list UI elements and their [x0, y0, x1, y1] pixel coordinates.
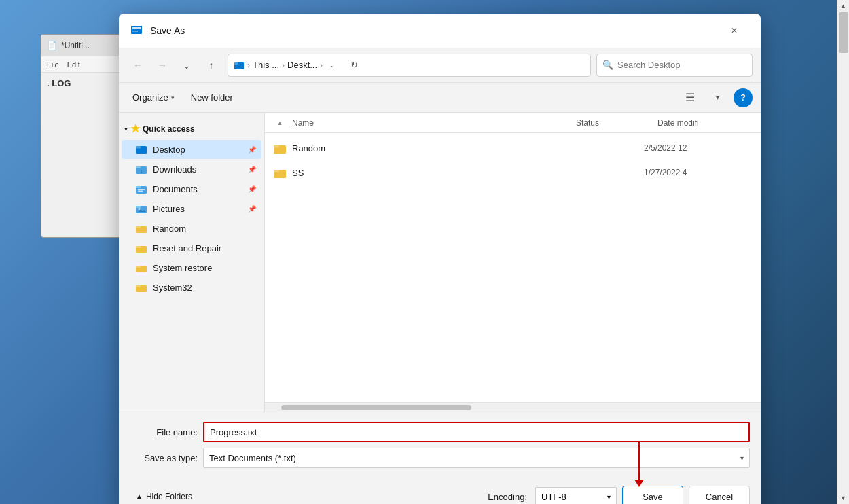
save-as-dialog: Save As ✕ ← → ⌄ ↑ › This ... › Deskt... …: [119, 14, 761, 504]
sidebar-item-reset-repair[interactable]: Reset and Repair: [122, 238, 261, 257]
file-row-random[interactable]: Random 2/5/2022 12: [265, 136, 761, 160]
toolbar: Organize ▾ New folder ☰ ▾ ?: [119, 83, 761, 113]
column-header-date-modified[interactable]: Date modifi: [652, 118, 761, 128]
new-folder-button[interactable]: New folder: [185, 90, 238, 105]
sidebar-item-desktop[interactable]: Desktop 📌: [122, 140, 261, 159]
encoding-chevron-icon: ▾: [607, 493, 611, 501]
close-button[interactable]: ✕: [719, 20, 750, 41]
forward-button[interactable]: →: [151, 54, 173, 76]
svg-text:↓: ↓: [140, 168, 143, 175]
hide-folders-button[interactable]: ▲ Hide Folders: [130, 489, 198, 504]
breadcrumb-bar[interactable]: › This ... › Deskt... › ⌄ ↻: [228, 54, 591, 77]
save-type-chevron-icon: ▾: [740, 454, 744, 462]
random-file-icon: [273, 141, 287, 155]
encoding-dropdown[interactable]: UTF-8 ▾: [535, 487, 617, 504]
help-button[interactable]: ?: [734, 88, 753, 107]
refresh-button[interactable]: ↻: [344, 56, 363, 75]
system-restore-folder-icon: [135, 262, 147, 274]
breadcrumb-dropdown[interactable]: ⌄: [325, 58, 339, 72]
sidebar-item-pictures-label: Pictures: [153, 204, 185, 214]
desktop-scrollbar[interactable]: ▲ ▼: [837, 0, 849, 504]
search-input[interactable]: [617, 60, 746, 70]
encoding-label: Encoding:: [488, 492, 527, 502]
svg-rect-28: [274, 170, 279, 173]
h-scrollbar-thumb[interactable]: [281, 405, 471, 410]
pictures-icon: [135, 202, 147, 215]
sidebar-item-random-label: Random: [153, 223, 186, 234]
file-name-input[interactable]: [203, 422, 750, 442]
file-row-ss[interactable]: SS 1/27/2022 4: [265, 160, 761, 185]
svg-rect-24: [136, 285, 141, 287]
sidebar-item-system32-label: System32: [153, 283, 192, 293]
recent-locations-button[interactable]: ⌄: [176, 54, 198, 76]
search-bar[interactable]: 🔍: [596, 54, 753, 77]
svg-rect-6: [136, 146, 141, 149]
quick-access-star-icon: ★: [130, 122, 140, 135]
documents-pin-icon: 📌: [248, 185, 256, 193]
sort-chevron-icon: ▲: [273, 120, 287, 126]
scroll-up-arrow[interactable]: ▲: [837, 0, 850, 12]
sidebar-quick-access-header[interactable]: ▾ ★ Quick access: [119, 118, 264, 139]
system32-folder-icon: [135, 281, 147, 293]
encoding-value: UTF-8: [541, 492, 566, 502]
sidebar-item-downloads[interactable]: ↓ Downloads 📌: [122, 160, 261, 179]
column-header-name[interactable]: Name: [287, 118, 571, 128]
save-button[interactable]: Save: [622, 486, 683, 504]
scroll-thumb[interactable]: [839, 12, 848, 53]
save-type-row: Save as type: Text Documents (*.txt) ▾: [130, 448, 750, 468]
svg-rect-11: [136, 186, 141, 188]
quick-access-label: Quick access: [143, 124, 195, 134]
svg-rect-13: [138, 191, 143, 192]
sidebar-item-system-restore[interactable]: System restore: [122, 258, 261, 277]
file-name-label: File name:: [130, 427, 198, 437]
navigation-bar: ← → ⌄ ↑ › This ... › Deskt... › ⌄ ↻ 🔍: [119, 48, 761, 83]
save-type-dropdown[interactable]: Text Documents (*.txt) ▾: [203, 448, 750, 468]
breadcrumb-this-pc[interactable]: This ...: [253, 60, 279, 70]
svg-rect-4: [234, 62, 238, 65]
save-type-label: Save as type:: [130, 453, 198, 463]
breadcrumb-sep1: ›: [247, 60, 250, 70]
sidebar-item-downloads-label: Downloads: [153, 164, 196, 175]
cancel-button[interactable]: Cancel: [689, 486, 750, 504]
main-area: ▾ ★ Quick access Desktop 📌: [119, 113, 761, 412]
hide-folders-chevron-icon: ▲: [135, 492, 143, 501]
breadcrumb-icon: [234, 60, 245, 71]
view-options-button[interactable]: ☰: [679, 87, 701, 109]
sidebar: ▾ ★ Quick access Desktop 📌: [119, 113, 265, 412]
svg-rect-0: [131, 26, 142, 34]
scroll-down-arrow[interactable]: ▼: [837, 492, 850, 504]
random-file-date: 2/5/2022 12: [644, 143, 753, 153]
random-file-name: Random: [292, 143, 552, 154]
sidebar-item-system32[interactable]: System32: [122, 278, 261, 297]
organize-button[interactable]: Organize ▾: [127, 90, 180, 105]
back-button[interactable]: ←: [127, 54, 149, 76]
svg-rect-22: [136, 266, 141, 268]
file-name-row: File name:: [130, 422, 750, 442]
dialog-titlebar: Save As ✕: [119, 14, 761, 48]
sidebar-item-random[interactable]: Random: [122, 219, 261, 238]
downloads-pin-icon: 📌: [248, 166, 256, 173]
svg-rect-20: [136, 246, 141, 248]
sidebar-item-pictures[interactable]: Pictures 📌: [122, 199, 261, 218]
horizontal-scrollbar[interactable]: [265, 402, 761, 412]
action-row: ▲ Hide Folders Encoding: UTF-8 ▾ Save Ca…: [119, 480, 761, 504]
sidebar-item-documents-label: Documents: [153, 184, 198, 194]
reset-repair-folder-icon: [135, 242, 147, 254]
view-dropdown-button[interactable]: ▾: [706, 87, 728, 109]
bottom-section: File name: Save as type: Text Documents …: [119, 412, 761, 480]
sidebar-item-system-restore-label: System restore: [153, 263, 212, 273]
random-folder-icon: [135, 222, 147, 234]
column-header-status[interactable]: Status: [571, 118, 652, 128]
breadcrumb-desktop[interactable]: Deskt...: [287, 60, 317, 70]
dialog-title: Save As: [150, 25, 719, 36]
sidebar-item-desktop-label: Desktop: [153, 145, 185, 155]
new-folder-label: New folder: [191, 92, 233, 103]
svg-rect-2: [132, 31, 138, 32]
up-button[interactable]: ↑: [200, 54, 222, 76]
svg-point-16: [139, 208, 141, 210]
content-panel: ▲ Name Status Date modifi Random: [265, 113, 761, 412]
sidebar-item-reset-repair-label: Reset and Repair: [153, 243, 221, 253]
organize-chevron-icon: ▾: [171, 94, 175, 101]
hide-folders-label: Hide Folders: [146, 492, 192, 501]
sidebar-item-documents[interactable]: Documents 📌: [122, 179, 261, 198]
